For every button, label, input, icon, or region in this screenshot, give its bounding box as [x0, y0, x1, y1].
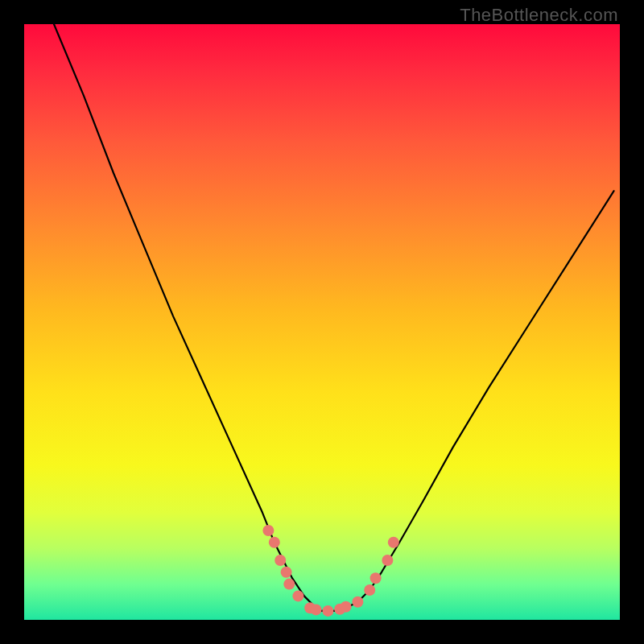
highlight-dot: [275, 555, 286, 566]
highlight-dot: [283, 579, 295, 590]
watermark-text: TheBottleneck.com: [460, 5, 618, 26]
highlight-dot: [352, 597, 363, 608]
highlight-dot: [388, 537, 399, 548]
curve-svg: [24, 24, 620, 620]
highlight-dots: [262, 525, 398, 617]
highlight-dot: [364, 584, 375, 596]
chart-frame: TheBottleneck.com: [0, 0, 644, 644]
highlight-dot: [322, 605, 333, 617]
highlight-dot: [311, 604, 322, 615]
highlight-dot: [281, 567, 292, 578]
highlight-dot: [370, 572, 382, 584]
highlight-dot: [341, 601, 352, 613]
bottleneck-curve: [54, 24, 614, 611]
highlight-dot: [382, 555, 393, 566]
highlight-dot: [292, 590, 303, 601]
plot-area: [24, 24, 620, 620]
highlight-dot: [269, 537, 280, 548]
highlight-dot: [262, 525, 274, 536]
